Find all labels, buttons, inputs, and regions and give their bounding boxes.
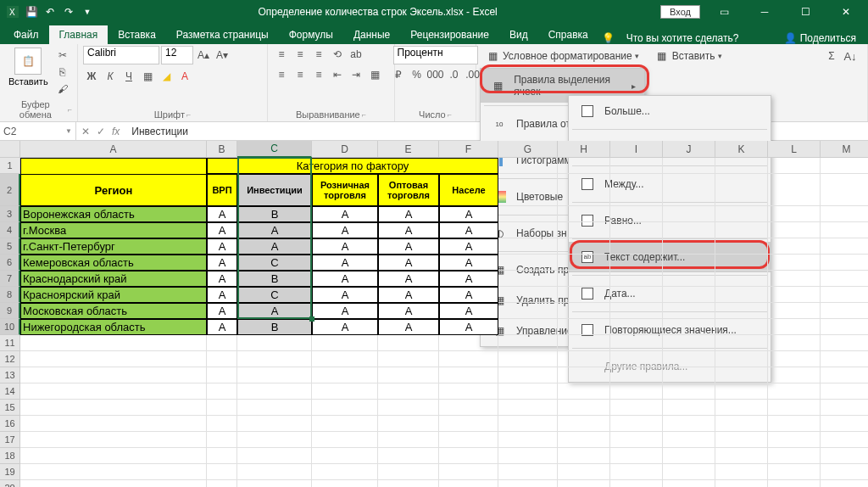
row-header[interactable]: 16: [0, 416, 20, 432]
row-header[interactable]: 1: [0, 158, 20, 174]
cancel-icon[interactable]: ✕: [81, 126, 90, 137]
autosum-icon[interactable]: Σ: [823, 48, 840, 64]
increase-indent-icon[interactable]: ⇥: [348, 66, 364, 83]
row-header[interactable]: 12: [0, 351, 20, 367]
increase-font-icon[interactable]: A▴: [195, 47, 212, 64]
col-header[interactable]: B: [207, 141, 237, 158]
align-middle-icon[interactable]: ≡: [292, 46, 309, 63]
format-painter-icon[interactable]: 🖌: [55, 81, 70, 97]
wrap-text-icon[interactable]: ab: [348, 46, 364, 63]
tab-help[interactable]: Справка: [538, 25, 598, 44]
row-header[interactable]: 4: [0, 222, 20, 238]
row-header[interactable]: 3: [0, 206, 20, 222]
align-bottom-icon[interactable]: ≡: [310, 46, 327, 63]
percent-icon[interactable]: %: [409, 66, 426, 83]
insert-cells-button[interactable]: ▦Вставить▾: [651, 48, 726, 64]
tab-formulas[interactable]: Формулы: [279, 25, 343, 44]
tell-me[interactable]: Что вы хотите сделать?: [626, 32, 739, 44]
decrease-font-icon[interactable]: A▾: [214, 47, 231, 64]
col-header[interactable]: F: [439, 141, 498, 158]
col-header[interactable]: A: [20, 141, 207, 158]
orientation-icon[interactable]: ⟲: [329, 46, 346, 63]
font-name-select[interactable]: Calibri: [83, 46, 159, 64]
row-header[interactable]: 13: [0, 367, 20, 383]
font-color-icon[interactable]: A: [176, 68, 193, 85]
bold-button[interactable]: Ж: [83, 68, 100, 85]
col-header[interactable]: C: [237, 141, 312, 158]
col-header[interactable]: L: [768, 141, 821, 158]
col-header[interactable]: G: [498, 141, 558, 158]
col-header[interactable]: K: [715, 141, 768, 158]
border-icon[interactable]: ▦: [139, 68, 156, 85]
region-cell[interactable]: Краснодарский край: [20, 271, 207, 287]
tab-file[interactable]: Файл: [3, 25, 49, 44]
enter-icon[interactable]: ✓: [97, 126, 105, 137]
minimize-icon[interactable]: ─: [748, 0, 782, 24]
kat-header[interactable]: Категория по фактору: [207, 158, 498, 174]
row-header[interactable]: 2: [0, 174, 20, 206]
undo-icon[interactable]: ↶: [42, 4, 58, 20]
fx-icon[interactable]: fx: [112, 126, 120, 137]
row-header[interactable]: 9: [0, 303, 20, 319]
col-header[interactable]: J: [663, 141, 715, 158]
save-icon[interactable]: 💾: [24, 4, 39, 20]
row-header[interactable]: 10: [0, 319, 20, 335]
redo-icon[interactable]: ↷: [61, 4, 76, 20]
sort-filter-icon[interactable]: A↓: [842, 48, 859, 64]
col-header[interactable]: I: [610, 141, 663, 158]
decrease-indent-icon[interactable]: ⇤: [329, 66, 346, 83]
row-header[interactable]: 15: [0, 400, 20, 416]
align-center-icon[interactable]: ≡: [292, 66, 309, 83]
col-header[interactable]: D: [312, 141, 378, 158]
row-header[interactable]: 20: [0, 480, 20, 487]
maximize-icon[interactable]: ☐: [788, 0, 822, 24]
cut-icon[interactable]: ✂: [55, 48, 70, 63]
tab-review[interactable]: Рецензирование: [400, 25, 499, 44]
close-icon[interactable]: ✕: [829, 0, 863, 24]
increase-decimal-icon[interactable]: .0: [446, 66, 463, 83]
login-button[interactable]: Вход: [660, 5, 700, 19]
share-button[interactable]: Поделиться: [800, 32, 856, 44]
align-top-icon[interactable]: ≡: [273, 46, 290, 63]
font-size-select[interactable]: 12: [161, 46, 193, 64]
row-header[interactable]: 14: [0, 383, 20, 400]
tab-home[interactable]: Главная: [49, 25, 108, 44]
row-header[interactable]: 6: [0, 255, 20, 271]
underline-button[interactable]: Ч: [120, 68, 137, 85]
row-header[interactable]: 19: [0, 464, 20, 480]
tab-view[interactable]: Вид: [499, 25, 538, 44]
region-cell[interactable]: Воронежская область: [20, 206, 207, 222]
conditional-formatting-button[interactable]: ▦Условное форматирование▾: [481, 48, 643, 64]
paste-button[interactable]: 📋 Вставить: [5, 46, 52, 88]
col-header[interactable]: E: [378, 141, 439, 158]
col-header[interactable]: M: [821, 141, 868, 158]
number-format-select[interactable]: Процентн: [393, 46, 478, 64]
row-header[interactable]: 8: [0, 287, 20, 303]
region-cell[interactable]: Красноярский край: [20, 287, 207, 303]
row-header[interactable]: 18: [0, 448, 20, 464]
align-right-icon[interactable]: ≡: [310, 66, 327, 83]
currency-icon[interactable]: ₽: [390, 66, 407, 83]
row-header[interactable]: 7: [0, 271, 20, 287]
tab-data[interactable]: Данные: [343, 25, 400, 44]
comma-icon[interactable]: 000: [427, 66, 444, 83]
name-box[interactable]: C2▼: [0, 122, 76, 140]
qat-dropdown-icon[interactable]: ▼: [80, 4, 95, 20]
ribbon-options-icon[interactable]: ▭: [707, 0, 741, 24]
region-cell[interactable]: Нижегородская область: [20, 319, 207, 335]
region-cell[interactable]: г.Москва: [20, 222, 207, 238]
region-cell[interactable]: Кемеровская область: [20, 255, 207, 271]
row-header[interactable]: 5: [0, 238, 20, 255]
row-header[interactable]: 17: [0, 432, 20, 448]
region-cell[interactable]: г.Санкт-Петербург: [20, 238, 207, 255]
tab-insert[interactable]: Вставка: [108, 25, 166, 44]
merge-icon[interactable]: ▦: [366, 66, 383, 83]
tab-layout[interactable]: Разметка страницы: [166, 25, 279, 44]
copy-icon[interactable]: ⎘: [55, 64, 70, 80]
row-header[interactable]: 11: [0, 335, 20, 351]
fill-handle[interactable]: [309, 316, 314, 322]
menu-greater[interactable]: Больше...: [569, 96, 771, 126]
region-header[interactable]: Регион: [20, 174, 207, 206]
col-header[interactable]: H: [558, 141, 610, 158]
region-cell[interactable]: Московская область: [20, 303, 207, 319]
